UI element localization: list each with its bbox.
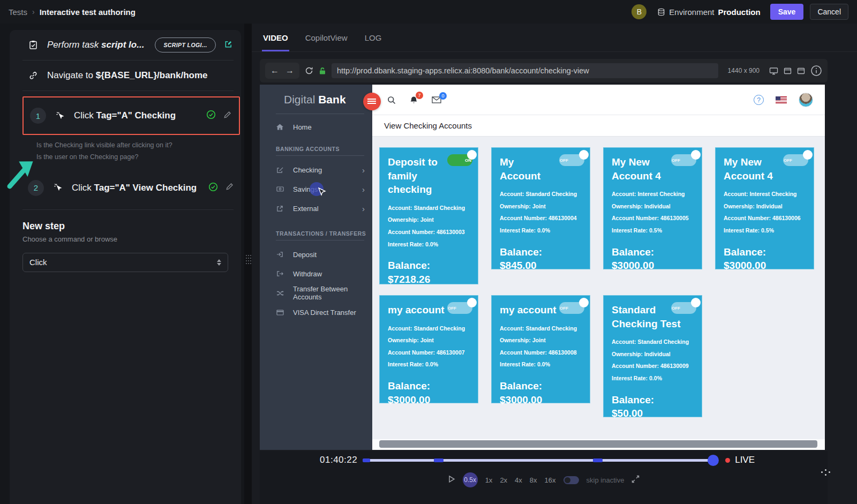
- account-card[interactable]: My New Account 4 OFF Account: Interest C…: [715, 147, 814, 269]
- horizontal-scrollbar[interactable]: [372, 439, 825, 450]
- bank-nav-transfer[interactable]: Transfer Between Accounts: [260, 284, 372, 302]
- video-panel: VIDEO CopilotView LOG ← → http://prod.db…: [252, 24, 857, 504]
- account-toggle[interactable]: OFF: [447, 302, 472, 314]
- edit-step-icon[interactable]: [225, 183, 234, 193]
- playback-timestamp: 01:40:22: [320, 455, 357, 465]
- environment-value[interactable]: Production: [718, 7, 761, 17]
- timeline-event-marker[interactable]: [363, 458, 370, 462]
- video-viewport[interactable]: Digital Bank Home BANKING ACCOUNTS Check…: [260, 85, 825, 450]
- timeline-event-marker[interactable]: [434, 458, 443, 462]
- account-toggle[interactable]: OFF: [783, 154, 808, 166]
- tab-video[interactable]: VIDEO: [262, 28, 289, 51]
- timeline-event-marker[interactable]: [593, 458, 603, 462]
- navigate-step-label: Navigate to ${BASE_URL}/bank/home: [47, 70, 208, 81]
- account-toggle[interactable]: OFF: [559, 154, 584, 166]
- bank-nav-home[interactable]: Home: [260, 118, 372, 136]
- edit-step-icon[interactable]: [223, 111, 231, 121]
- account-toggle[interactable]: OFF: [559, 302, 584, 314]
- fullscreen-expand-icon[interactable]: [632, 475, 640, 485]
- account-balance: Balance:$845.00: [500, 245, 582, 273]
- search-icon[interactable]: [387, 96, 396, 104]
- info-icon[interactable]: [810, 65, 822, 77]
- browser-back-button[interactable]: ←: [270, 66, 279, 76]
- account-card[interactable]: My Account OFF Account: Standard Checkin…: [491, 147, 590, 269]
- tab-copilotview[interactable]: CopilotView: [304, 28, 349, 51]
- panel-resize-divider[interactable]: [244, 24, 252, 504]
- move-handle-icon[interactable]: [821, 471, 823, 473]
- bank-sidebar: Digital Bank Home BANKING ACCOUNTS Check…: [260, 85, 372, 450]
- play-button[interactable]: [448, 475, 455, 485]
- desktop-viewport-icon[interactable]: [769, 67, 778, 75]
- bank-nav-deposit[interactable]: Deposit: [260, 245, 372, 264]
- drag-handle-icon[interactable]: [246, 255, 247, 256]
- skip-inactive-toggle[interactable]: [563, 476, 579, 484]
- tabs-divider: [252, 51, 857, 52]
- task-step-label: Perform task script lo...: [47, 40, 144, 50]
- command-dropdown[interactable]: Click: [22, 253, 228, 272]
- avatar[interactable]: B: [632, 4, 646, 19]
- navigate-step[interactable]: Navigate to ${BASE_URL}/bank/home: [10, 61, 241, 91]
- script-logic-pill-button[interactable]: SCRIPT LOGI...: [155, 37, 215, 52]
- account-balance: Balance:$3000.00: [500, 379, 582, 407]
- speed-2x[interactable]: 2x: [500, 476, 507, 484]
- edit-script-icon[interactable]: [224, 40, 232, 50]
- divider: [276, 114, 364, 114]
- language-flag-icon[interactable]: [776, 96, 787, 103]
- account-balance: Balance:$50.00: [612, 393, 694, 420]
- timeline-playhead[interactable]: [708, 455, 719, 466]
- browser-reload-button[interactable]: [305, 66, 313, 75]
- skip-inactive-label: skip inactive: [587, 476, 625, 484]
- account-card[interactable]: My New Account 4 OFF Account: Interest C…: [603, 147, 702, 269]
- task-step[interactable]: Perform task script lo... SCRIPT LOGI...: [10, 30, 241, 60]
- cancel-button[interactable]: Cancel: [810, 4, 848, 20]
- account-card[interactable]: Standard Checking Test OFF Account: Stan…: [603, 295, 702, 417]
- step-1-click-checking[interactable]: 1 Click Tag="A" Checking: [24, 103, 239, 129]
- account-card[interactable]: my account OFF Account: Standard Checkin…: [491, 295, 590, 403]
- timeline-track[interactable]: [363, 459, 713, 462]
- chevron-right-icon: ›: [362, 166, 365, 175]
- account-card[interactable]: Deposit to family checking ON Account: S…: [379, 147, 478, 284]
- bank-user-avatar[interactable]: [799, 93, 813, 107]
- annotation-arrow-icon: [2, 156, 34, 191]
- account-balance: Balance:$3000.00: [388, 379, 470, 407]
- bank-nav-external[interactable]: External ›: [260, 199, 372, 217]
- step-2-click-view-checking[interactable]: 2 Click Tag="A" View Checking: [10, 173, 241, 203]
- tab-log[interactable]: LOG: [364, 28, 383, 51]
- bank-nav-withdraw[interactable]: Withdraw: [260, 265, 372, 283]
- sign-in-icon: [276, 251, 284, 258]
- window-viewport-icon-2[interactable]: [797, 67, 805, 74]
- account-balance: Balance:$3000.00: [724, 245, 806, 273]
- browser-forward-button[interactable]: →: [285, 66, 294, 76]
- browser-toolbar: ← → http://prod.dbank.staging-apps.relic…: [260, 59, 828, 82]
- bank-nav-checking-label: Checking: [293, 166, 322, 174]
- breadcrumb-tests[interactable]: Tests: [9, 7, 27, 17]
- external-link-icon: [276, 205, 284, 212]
- account-card[interactable]: my account OFF Account: Standard Checkin…: [379, 295, 478, 403]
- chevron-right-icon: ›: [362, 185, 365, 194]
- account-toggle[interactable]: OFF: [671, 154, 696, 166]
- window-viewport-icon[interactable]: [784, 67, 792, 74]
- speed-1x[interactable]: 1x: [485, 476, 493, 484]
- bank-nav-checking[interactable]: Checking ›: [260, 161, 372, 179]
- bank-nav-visa-label: VISA Direct Transfer: [293, 309, 356, 317]
- credit-card-icon: [276, 310, 284, 315]
- speed-16x[interactable]: 16x: [545, 476, 556, 484]
- help-icon[interactable]: ?: [754, 95, 764, 105]
- environment-icon: [657, 8, 665, 16]
- speed-4x[interactable]: 4x: [515, 476, 522, 484]
- sidebar-toggle-button[interactable]: [363, 93, 381, 110]
- mail-icon[interactable]: 0: [432, 96, 441, 103]
- bank-nav-visa[interactable]: VISA Direct Transfer: [260, 303, 372, 321]
- speed-8x[interactable]: 8x: [530, 476, 537, 484]
- scrollbar-thumb[interactable]: [379, 440, 817, 448]
- divider: [276, 240, 364, 240]
- clipboard-check-icon: [28, 40, 39, 50]
- account-toggle[interactable]: ON: [447, 154, 472, 166]
- speed-0-5x[interactable]: 0.5x: [463, 472, 478, 487]
- notifications-bell-icon[interactable]: 7: [410, 96, 418, 104]
- account-toggle[interactable]: OFF: [671, 302, 696, 314]
- bank-header: 7 0 ?: [372, 85, 825, 115]
- save-button[interactable]: Save: [770, 4, 804, 20]
- assertion-text: Is the user on the Checking page?: [36, 152, 234, 163]
- url-input[interactable]: http://prod.dbank.staging-apps.relicx.ai…: [332, 63, 718, 78]
